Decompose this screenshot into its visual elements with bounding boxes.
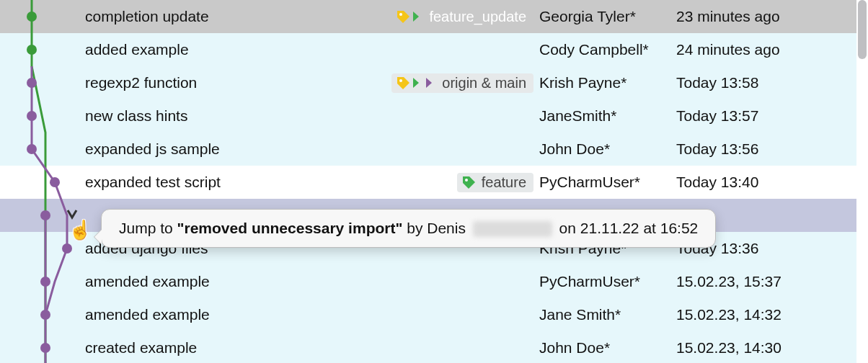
graph-cell: [0, 331, 79, 363]
message-cell: amended example: [79, 306, 539, 323]
graph-cell: [0, 33, 79, 66]
commit-message: amended example: [79, 306, 210, 323]
date-cell: Today 13:58: [676, 74, 856, 91]
message-cell: completion updatefeature_update: [79, 7, 539, 27]
author-cell: John Doe*: [539, 339, 676, 357]
commit-message: regexp2 function: [79, 74, 197, 91]
commit-message: created example: [79, 339, 197, 357]
author-cell: JaneSmith*: [539, 107, 676, 125]
graph-cell: [0, 166, 79, 199]
date-cell: Today 13:56: [676, 140, 856, 158]
tooltip-prefix: Jump to: [119, 220, 177, 236]
commit-row[interactable]: amended examplePyCharmUser*15.02.23, 15:…: [0, 265, 856, 298]
message-cell: new class hints: [79, 107, 539, 125]
commit-list[interactable]: completion updatefeature_updateGeorgia T…: [0, 0, 856, 363]
author-cell: PyCharmUser*: [539, 273, 676, 290]
author-cell: John Doe*: [539, 140, 676, 158]
commit-row[interactable]: expanded test scriptfeaturePyCharmUser*T…: [0, 166, 856, 199]
branch-tag[interactable]: origin & main: [391, 73, 533, 93]
graph-cell: [0, 0, 79, 33]
message-cell: created example: [79, 339, 539, 357]
message-cell: amended example: [79, 273, 539, 290]
commit-message: added example: [79, 41, 189, 58]
commit-row[interactable]: added exampleCody Campbell*24 minutes ag…: [0, 33, 856, 66]
commit-row[interactable]: new class hintsJaneSmith*Today 13:57: [0, 99, 856, 133]
graph-cell: [0, 265, 79, 298]
commit-row[interactable]: created exampleJohn Doe*15.02.23, 14:30: [0, 331, 856, 363]
svg-point-0: [399, 13, 402, 16]
scrollbar-thumb[interactable]: [858, 0, 867, 59]
commit-message: amended example: [79, 273, 210, 290]
message-cell: expanded test scriptfeature: [79, 173, 539, 192]
graph-cell: [0, 99, 79, 133]
tooltip-suffix: on 21.11.22 at 16:52: [555, 220, 699, 236]
tooltip-target: "removed unnecessary import": [177, 220, 403, 236]
date-cell: Today 13:57: [676, 107, 856, 125]
tag-label: feature_update: [429, 9, 526, 25]
date-cell: 15.02.23, 15:37: [676, 273, 856, 290]
graph-cell: [0, 298, 79, 331]
graph-cell: [0, 232, 79, 265]
author-cell: Krish Payne*: [539, 74, 676, 91]
tag-icon: [461, 175, 477, 189]
message-cell: regexp2 functionorigin & main: [79, 73, 539, 93]
commit-row[interactable]: regexp2 functionorigin & mainKrish Payne…: [0, 66, 856, 99]
graph-cell: [0, 133, 79, 166]
commit-row[interactable]: amended exampleJane Smith*15.02.23, 14:3…: [0, 298, 856, 331]
author-cell: PyCharmUser*: [539, 174, 676, 191]
tooltip-by: by Denis: [402, 220, 469, 236]
commit-message: completion update: [79, 8, 209, 25]
graph-cell: [0, 66, 79, 99]
tag-label: origin & main: [442, 75, 526, 91]
commit-row[interactable]: completion updatefeature_updateGeorgia T…: [0, 0, 856, 33]
commit-message: new class hints: [79, 107, 187, 125]
commit-message: expanded js sample: [79, 140, 220, 158]
date-cell: 24 minutes ago: [676, 41, 856, 58]
author-cell: Cody Campbell*: [539, 41, 676, 58]
commit-row[interactable]: expanded js sampleJohn Doe*Today 13:56: [0, 133, 856, 166]
svg-point-1: [399, 79, 402, 82]
date-cell: Today 13:40: [676, 174, 856, 191]
tag-label: feature: [482, 174, 526, 191]
message-cell: expanded js sample: [79, 140, 539, 158]
branch-tag[interactable]: feature_update: [391, 7, 533, 27]
date-cell: 15.02.23, 14:30: [676, 339, 856, 357]
date-cell: 15.02.23, 14:32: [676, 306, 856, 323]
tag-icon: [396, 76, 438, 90]
date-cell: 23 minutes ago: [676, 8, 856, 25]
svg-point-2: [465, 179, 468, 182]
jump-to-tooltip[interactable]: Jump to "removed unnecessary import" by …: [101, 209, 716, 248]
message-cell: added example: [79, 41, 539, 58]
author-cell: Georgia Tyler*: [539, 8, 676, 25]
author-cell: Jane Smith*: [539, 306, 676, 323]
tag-icon: [396, 9, 425, 24]
branch-tag[interactable]: feature: [457, 173, 533, 192]
graph-cell: [0, 199, 79, 232]
commit-message: expanded test script: [79, 174, 221, 191]
tooltip-redacted-name: [473, 221, 552, 237]
